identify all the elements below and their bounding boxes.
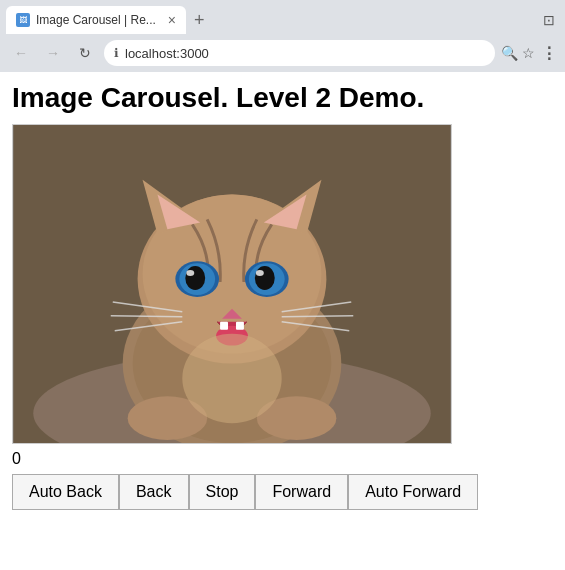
auto-forward-button[interactable]: Auto Forward <box>348 474 478 510</box>
svg-point-15 <box>255 266 275 290</box>
refresh-icon: ↻ <box>79 45 91 61</box>
window-controls: ⊡ <box>543 12 559 28</box>
active-tab[interactable]: 🖼 Image Carousel | Re... × <box>6 6 186 34</box>
bookmark-icon[interactable]: ☆ <box>522 45 535 61</box>
tab-title: Image Carousel | Re... <box>36 13 156 27</box>
address-info-icon: ℹ <box>114 46 119 60</box>
back-carousel-button[interactable]: Back <box>119 474 189 510</box>
stop-button[interactable]: Stop <box>189 474 256 510</box>
address-text: localhost:3000 <box>125 46 209 61</box>
svg-line-26 <box>282 316 354 317</box>
address-bar: ← → ↻ ℹ localhost:3000 🔍 ☆ ⋮ <box>0 34 565 72</box>
svg-line-23 <box>111 316 183 317</box>
address-actions: 🔍 ☆ <box>501 45 535 61</box>
page-title: Image Carousel. Level 2 Demo. <box>12 82 553 114</box>
browser-menu-button[interactable]: ⋮ <box>541 44 557 63</box>
carousel-image <box>12 124 452 444</box>
svg-point-14 <box>185 266 205 290</box>
kitten-image <box>13 125 451 443</box>
refresh-button[interactable]: ↻ <box>72 40 98 66</box>
tab-favicon: 🖼 <box>16 13 30 27</box>
button-row: Auto Back Back Stop Forward Auto Forward <box>12 474 553 510</box>
window-icon: ⊡ <box>543 12 559 28</box>
tab-bar: 🖼 Image Carousel | Re... × + ⊡ <box>0 0 565 34</box>
search-icon[interactable]: 🔍 <box>501 45 518 61</box>
forward-icon: → <box>46 45 60 61</box>
forward-button[interactable]: → <box>40 40 66 66</box>
svg-point-17 <box>256 270 264 276</box>
svg-rect-21 <box>236 322 244 330</box>
auto-back-button[interactable]: Auto Back <box>12 474 119 510</box>
svg-point-30 <box>182 334 281 423</box>
browser-chrome: 🖼 Image Carousel | Re... × + ⊡ ← → ↻ ℹ l… <box>0 0 565 72</box>
tab-close-button[interactable]: × <box>168 12 176 28</box>
page-content: Image Carousel. Level 2 Demo. <box>0 72 565 570</box>
image-counter: 0 <box>12 450 553 468</box>
address-input-field[interactable]: ℹ localhost:3000 <box>104 40 495 66</box>
svg-rect-20 <box>220 322 228 330</box>
back-button[interactable]: ← <box>8 40 34 66</box>
forward-carousel-button[interactable]: Forward <box>255 474 348 510</box>
new-tab-button[interactable]: + <box>190 10 209 31</box>
back-icon: ← <box>14 45 28 61</box>
svg-point-16 <box>186 270 194 276</box>
